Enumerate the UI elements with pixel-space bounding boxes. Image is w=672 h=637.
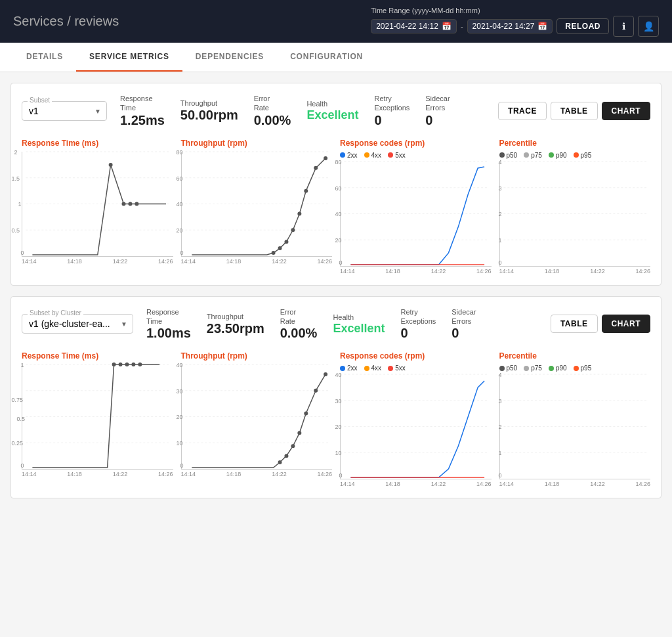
panel2-subset-label: Subset by Cluster <box>28 309 83 317</box>
panel2-tp-chart-title: Throughput (rpm) <box>181 351 333 361</box>
panel2-tp-line <box>192 374 326 468</box>
tab-configuration[interactable]: CONFIGURATION <box>277 43 376 72</box>
svg-point-57 <box>138 362 142 366</box>
calendar-icon[interactable]: 📅 <box>442 22 452 31</box>
tabs-bar: DETAILS SERVICE METRICS DEPENDENCIES CON… <box>0 43 672 72</box>
svg-text:30: 30 <box>335 398 342 405</box>
panel2-legend-p50-dot <box>499 366 505 371</box>
panel1-throughput-value: 50.00rpm <box>180 108 238 123</box>
panel2-action-btns: TABLE CHART <box>551 315 650 333</box>
panel2-legend-p75-label: p75 <box>531 364 542 372</box>
panel1-metrics-row: Subset v1 ▼ ResponseTime 1.25ms Throughp… <box>22 94 650 128</box>
legend-5xx-dot <box>388 152 393 158</box>
breadcrumb-services[interactable]: Services <box>13 14 64 28</box>
panel2-retry-exceptions-value: 0 <box>400 326 436 341</box>
panel2-rc-chart-area: 40 30 20 10 0 <box>340 374 492 479</box>
panel1-rt-dot3 <box>128 202 132 206</box>
panel1-card: Subset v1 ▼ ResponseTime 1.25ms Throughp… <box>10 83 662 286</box>
panel2-rc-chart-title: Response codes (rpm) <box>340 351 492 361</box>
svg-text:1: 1 <box>18 201 22 208</box>
time-end-input[interactable]: 2021-04-22 14:27 📅 <box>467 19 553 33</box>
panel2-health-label: Health <box>333 313 385 322</box>
svg-point-54 <box>119 362 123 366</box>
legend-2xx-label: 2xx <box>347 152 358 159</box>
info-button[interactable]: ℹ <box>613 16 634 37</box>
legend-p75-label: p75 <box>531 152 542 159</box>
panel2-throughput-label: Throughput <box>207 312 264 321</box>
svg-text:0.75: 0.75 <box>12 397 23 403</box>
svg-text:0.25: 0.25 <box>12 440 23 447</box>
panel1-rt-line <box>32 164 166 254</box>
panel2-legend-2xx-dot <box>340 366 345 371</box>
svg-point-21 <box>291 228 295 232</box>
panel1-percentile-chart: Percentile p50 p75 p90 <box>499 139 651 275</box>
svg-text:0: 0 <box>20 462 24 469</box>
svg-text:2: 2 <box>498 424 501 431</box>
svg-point-53 <box>112 362 116 366</box>
legend-4xx-dot <box>364 152 369 158</box>
svg-point-55 <box>125 362 129 366</box>
svg-point-56 <box>131 362 135 366</box>
panel2-legend-p90-label: p90 <box>556 364 567 372</box>
panel2-subset-select[interactable]: Subset by Cluster v1 (gke-cluster-ea... … <box>22 314 133 334</box>
panel2-subset-dropdown[interactable]: v1 (gke-cluster-ea... <box>29 318 126 329</box>
tab-dependencies[interactable]: DEPENDENCIES <box>182 43 277 72</box>
time-start-input[interactable]: 2021-04-22 14:12 📅 <box>371 19 457 33</box>
panel1-health-label: Health <box>306 99 358 108</box>
panel1-error-rate-label: ErrorRate <box>254 94 291 113</box>
panel2-chart-button[interactable]: CHART <box>602 315 651 333</box>
panel1-chart-button[interactable]: CHART <box>602 102 651 120</box>
svg-text:0: 0 <box>498 259 501 266</box>
panel1-rc-x-ticks: 14:14 14:18 14:22 14:26 <box>340 267 492 275</box>
svg-text:10: 10 <box>335 450 342 456</box>
panel1-subset-select[interactable]: Subset v1 ▼ <box>22 101 107 121</box>
panel1-tp-chart-area: 80 60 40 20 0 <box>181 152 333 257</box>
tab-service-metrics[interactable]: SERVICE METRICS <box>76 43 182 72</box>
svg-point-71 <box>304 412 308 416</box>
svg-text:20: 20 <box>335 237 342 244</box>
panel2-health-value: Excellent <box>333 322 385 336</box>
svg-text:80: 80 <box>176 149 182 156</box>
panel2-tp-chart-area: 40 30 20 10 0 <box>181 364 333 470</box>
user-button[interactable]: 👤 <box>638 16 659 37</box>
panel1-rc-svg: 80 60 40 20 0 <box>341 162 492 266</box>
panel1-throughput-chart: Throughput (rpm) 80 60 40 20 0 <box>181 139 333 275</box>
panel1-rt-chart-area: 2 1.5 1 0.5 0 <box>22 152 173 257</box>
panel2-throughput-chart: Throughput (rpm) 40 30 20 10 0 <box>181 351 333 487</box>
panel1-action-btns: TRACE TABLE CHART <box>498 102 650 120</box>
panel1-health: Health Excellent <box>306 99 358 122</box>
panel1-trace-button[interactable]: TRACE <box>498 102 547 120</box>
panel2-rc-x-ticks: 14:14 14:18 14:22 14:26 <box>340 479 492 487</box>
panel1-rt-dot1 <box>109 162 113 166</box>
svg-text:10: 10 <box>176 440 182 447</box>
panel1-pct-svg: 4 3 2 1 0 <box>500 162 651 266</box>
tab-details[interactable]: DETAILS <box>13 43 76 72</box>
panel1-subset-dropdown[interactable]: v1 <box>29 106 100 116</box>
svg-point-23 <box>304 188 308 192</box>
panel2-response-time-value: 1.00ms <box>146 326 191 341</box>
svg-text:0: 0 <box>20 250 24 256</box>
calendar-end-icon[interactable]: 📅 <box>537 22 547 31</box>
panel1-table-button[interactable]: TABLE <box>551 102 598 120</box>
panel1-throughput: Throughput 50.00rpm <box>180 99 238 123</box>
panel1-subset-label: Subset <box>28 97 52 104</box>
panel2-rt-chart-area: 1 0.75 0.5 0.25 0 <box>22 364 173 470</box>
panel2-legend-4xx-label: 4xx <box>371 364 382 372</box>
svg-text:1.5: 1.5 <box>12 175 20 181</box>
svg-text:4: 4 <box>498 372 501 378</box>
svg-point-25 <box>324 156 327 160</box>
panel1-response-time-value: 1.25ms <box>120 113 165 128</box>
panel2-rt-x-ticks: 14:14 14:18 14:22 14:26 <box>22 470 173 477</box>
svg-point-67 <box>278 460 282 464</box>
svg-text:0.5: 0.5 <box>12 227 20 234</box>
legend-p95-label: p95 <box>581 152 592 159</box>
panel1-rt-svg: 2 1.5 1 0.5 0 <box>22 152 173 256</box>
panel2-legend-5xx-label: 5xx <box>395 364 406 372</box>
panel1-response-codes-chart: Response codes (rpm) 2xx 4xx 5xx <box>340 139 492 275</box>
panel2-table-button[interactable]: TABLE <box>551 315 598 333</box>
panel2-rc-legend: 2xx 4xx 5xx <box>340 364 492 372</box>
panel1-rt-dot4 <box>135 202 138 206</box>
panel1-pct-legend: p50 p75 p90 p95 <box>499 152 651 159</box>
panel2-error-rate-value: 0.00% <box>280 326 318 341</box>
reload-button[interactable]: RELOAD <box>556 18 609 34</box>
